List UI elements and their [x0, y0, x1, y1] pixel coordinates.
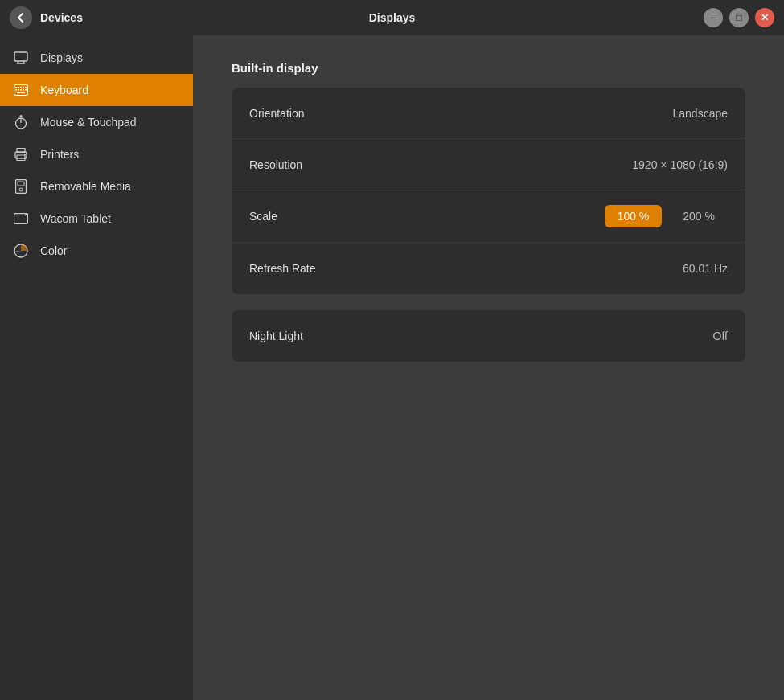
- night-light-row[interactable]: Night Light Off: [232, 310, 745, 362]
- sidebar-item-printers[interactable]: Printers: [0, 138, 193, 170]
- scale-100-button[interactable]: 100 %: [605, 205, 663, 227]
- display-settings-card: Orientation Landscape Resolution 1920 × …: [232, 88, 745, 294]
- sidebar-item-mouse[interactable]: Mouse & Touchpad: [0, 106, 193, 138]
- scale-row: Scale 100 % 200 %: [232, 190, 745, 243]
- sidebar-label-printers: Printers: [40, 148, 79, 161]
- resolution-value: 1920 × 1080 (16:9): [632, 158, 728, 171]
- display-icon: [13, 50, 29, 66]
- sidebar-label-color: Color: [40, 244, 67, 257]
- svg-rect-9: [25, 87, 27, 88]
- svg-rect-12: [20, 89, 22, 91]
- back-button[interactable]: [10, 6, 32, 29]
- removable-icon: [13, 178, 29, 194]
- page-title: Displays: [369, 11, 416, 24]
- orientation-value: Landscape: [672, 107, 728, 120]
- night-light-label: Night Light: [249, 330, 303, 342]
- refresh-rate-value: 60.01 Hz: [683, 262, 728, 275]
- minimize-button[interactable]: –: [704, 8, 723, 27]
- printer-icon: [13, 146, 29, 162]
- scale-options: 100 % 200 %: [605, 205, 728, 227]
- resolution-label: Resolution: [249, 158, 302, 171]
- svg-rect-24: [18, 182, 24, 186]
- content-area: Built-in display Orientation Landscape R…: [193, 35, 784, 700]
- orientation-label: Orientation: [249, 107, 304, 120]
- svg-point-28: [26, 213, 27, 215]
- night-light-card[interactable]: Night Light Off: [232, 310, 745, 362]
- night-light-value: Off: [713, 330, 728, 342]
- resolution-row[interactable]: Resolution 1920 × 1080 (16:9): [232, 139, 745, 190]
- sidebar-item-wacom[interactable]: Wacom Tablet: [0, 203, 193, 235]
- svg-point-18: [20, 115, 23, 117]
- sidebar-label-displays: Displays: [40, 51, 83, 64]
- color-icon: [13, 243, 29, 259]
- svg-rect-14: [25, 89, 27, 91]
- sidebar-label-removable: Removable Media: [40, 180, 131, 193]
- sidebar-item-removable[interactable]: Removable Media: [0, 170, 193, 203]
- svg-rect-7: [20, 87, 22, 88]
- app-body: Displays Keybo: [0, 35, 784, 700]
- scale-200-button[interactable]: 200 %: [670, 205, 728, 227]
- svg-point-22: [24, 154, 26, 156]
- wacom-icon: [13, 211, 29, 227]
- refresh-rate-row[interactable]: Refresh Rate 60.01 Hz: [232, 243, 745, 294]
- svg-rect-6: [18, 87, 19, 88]
- sidebar-item-displays[interactable]: Displays: [0, 42, 193, 74]
- svg-rect-15: [17, 92, 25, 94]
- close-button[interactable]: ✕: [755, 8, 774, 27]
- refresh-rate-label: Refresh Rate: [249, 262, 315, 275]
- sidebar-label-wacom: Wacom Tablet: [40, 212, 111, 225]
- orientation-row[interactable]: Orientation Landscape: [232, 88, 745, 139]
- svg-rect-5: [15, 87, 17, 88]
- svg-rect-0: [14, 52, 27, 61]
- section-title: Devices: [40, 11, 83, 24]
- svg-rect-11: [18, 89, 19, 91]
- built-in-display-title: Built-in display: [232, 61, 745, 75]
- keyboard-icon: [13, 82, 29, 98]
- svg-point-25: [19, 188, 23, 191]
- window-controls: – □ ✕: [704, 8, 774, 27]
- sidebar-label-keyboard: Keyboard: [40, 84, 88, 96]
- scale-label: Scale: [249, 210, 277, 223]
- sidebar-item-keyboard[interactable]: Keyboard: [0, 74, 193, 106]
- sidebar-label-mouse: Mouse & Touchpad: [40, 116, 137, 129]
- mouse-icon: [13, 114, 29, 130]
- titlebar: Devices Displays – □ ✕: [0, 0, 784, 35]
- sidebar-item-color[interactable]: Color: [0, 235, 193, 267]
- maximize-button[interactable]: □: [729, 8, 749, 27]
- svg-rect-8: [23, 87, 24, 88]
- svg-rect-21: [17, 155, 25, 161]
- svg-rect-13: [23, 89, 24, 91]
- svg-rect-10: [15, 89, 17, 91]
- sidebar: Displays Keybo: [0, 35, 193, 700]
